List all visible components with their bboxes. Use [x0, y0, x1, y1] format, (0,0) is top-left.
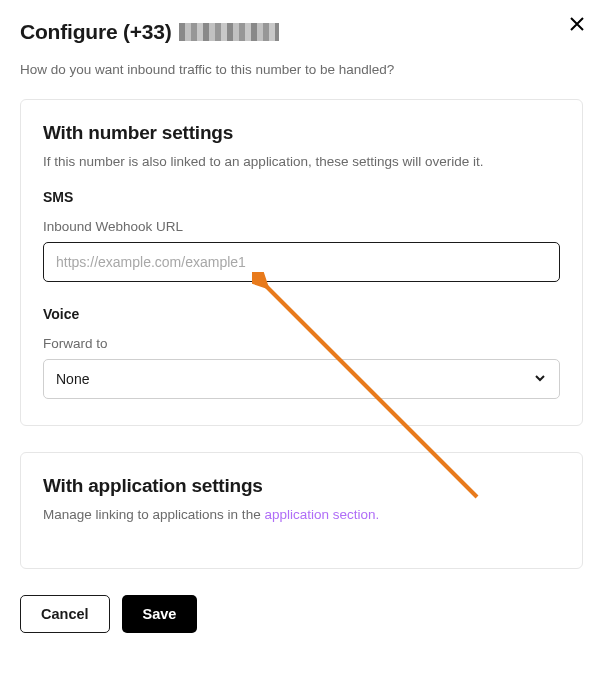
dialog-subtitle: How do you want inbound traffic to this …: [20, 62, 583, 77]
forward-to-label: Forward to: [43, 336, 560, 351]
redacted-number: [179, 23, 279, 41]
forward-to-selected: None: [56, 371, 89, 387]
cancel-button[interactable]: Cancel: [20, 595, 110, 633]
application-settings-desc: Manage linking to applications in the ap…: [43, 507, 560, 522]
save-button[interactable]: Save: [122, 595, 198, 633]
application-section-link[interactable]: application section.: [264, 507, 379, 522]
close-button[interactable]: [565, 12, 589, 36]
application-settings-heading: With application settings: [43, 475, 560, 497]
sms-section-label: SMS: [43, 189, 560, 205]
application-settings-card: With application settings Manage linking…: [20, 452, 583, 569]
forward-to-select[interactable]: None: [43, 359, 560, 399]
webhook-url-label: Inbound Webhook URL: [43, 219, 560, 234]
title-prefix: Configure (+33): [20, 20, 172, 43]
dialog-footer: Cancel Save: [20, 595, 583, 633]
dialog-title: Configure (+33): [20, 20, 583, 44]
app-desc-prefix: Manage linking to applications in the: [43, 507, 264, 522]
number-settings-card: With number settings If this number is a…: [20, 99, 583, 426]
voice-section-label: Voice: [43, 306, 560, 322]
inbound-webhook-url-input[interactable]: [43, 242, 560, 282]
number-settings-desc: If this number is also linked to an appl…: [43, 154, 560, 169]
number-settings-heading: With number settings: [43, 122, 560, 144]
